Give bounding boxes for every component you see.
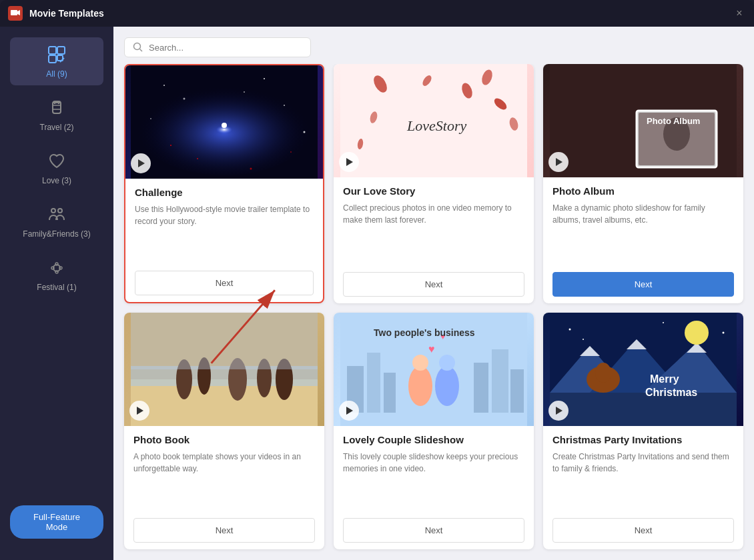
challenge-footer: Next [125,264,323,302]
photoalbum-play-button[interactable] [548,152,569,172]
lovestory-body: Our Love Story Collect precious photos i… [334,177,534,265]
svg-point-27 [183,98,185,100]
sidebar-item-travel[interactable]: Travel (2) [10,91,103,139]
couple-bg-svg: ♥ ♥ Two people's business [334,313,534,426]
svg-rect-81 [550,393,737,426]
photoalbum-desc: Make a dynamic photo slideshow for famil… [552,202,734,226]
template-card-couple: ♥ ♥ Two people's business Lovely Couple … [334,313,534,549]
christmas-play-button[interactable] [548,401,569,421]
svg-text:Merry: Merry [650,373,679,385]
svg-line-21 [140,49,143,52]
photobook-desc: A photo book template shows your videos … [133,451,315,475]
photobook-play-button[interactable] [129,401,149,421]
sidebar-item-family[interactable]: Family&Friends (3) [10,197,103,245]
content-area: All (9) Travel (2) [0,27,754,560]
photobook-next-button[interactable]: Next [133,518,315,543]
template-card-challenge: Challenge Use this Hollywood-style movie… [124,64,324,303]
template-card-photobook: Photo Book A photo book template shows y… [124,313,324,549]
svg-rect-66 [384,373,396,413]
close-button[interactable]: × [733,7,746,20]
challenge-play-button[interactable] [131,153,151,173]
sidebar-item-love[interactable]: Love (3) [10,144,103,192]
svg-text:LoveStory: LoveStory [406,117,466,134]
couple-play-button[interactable] [339,401,359,421]
christmas-thumbnail: Merry Christmas [543,313,743,426]
christmas-next-button[interactable]: Next [552,518,734,543]
svg-point-30 [150,118,151,119]
svg-point-29 [284,105,285,106]
svg-point-70 [408,366,432,406]
challenge-next-button[interactable]: Next [135,271,314,295]
sidebar: All (9) Travel (2) [0,27,113,560]
search-icon [133,42,143,53]
christmas-bg-svg: Merry Christmas [543,313,743,426]
svg-text:Photo Album: Photo Album [647,116,700,126]
svg-text:♥: ♥ [428,343,435,355]
photoalbum-body: Photo Album Make a dynamic photo slidesh… [543,177,743,265]
svg-point-14 [58,209,62,213]
festival-icon [46,257,67,279]
svg-point-71 [435,366,459,406]
challenge-desc: Use this Hollywood-style movie trailer t… [135,203,314,227]
svg-point-72 [412,355,428,371]
couple-desc: This lovely couple slideshow keeps your … [343,451,524,475]
svg-point-26 [163,85,165,86]
search-input[interactable] [149,43,296,53]
sidebar-item-travel-label: Travel (2) [40,123,74,132]
svg-rect-69 [510,369,524,413]
photobook-body: Photo Book A photo book template shows y… [124,426,324,511]
photoalbum-title: Photo Album [552,185,734,197]
svg-rect-65 [367,353,380,413]
photobook-thumbnail [124,313,324,426]
lovestory-bg-svg: LoveStory [334,64,534,177]
sidebar-item-love-label: Love (3) [42,176,71,185]
christmas-footer: Next [543,511,743,549]
challenge-title: Challenge [135,187,314,198]
christmas-title: Christmas Party Invitations [552,434,734,445]
couple-thumbnail: ♥ ♥ Two people's business [334,313,534,426]
svg-rect-4 [49,55,56,63]
svg-rect-68 [492,349,508,413]
lovestory-next-button[interactable]: Next [343,272,524,297]
svg-text:Christmas: Christmas [645,387,697,398]
templates-grid: Challenge Use this Hollywood-style movie… [113,64,754,560]
svg-point-33 [197,158,198,159]
svg-point-13 [51,209,55,213]
couple-body: Lovely Couple Slideshow This lovely coup… [334,426,534,511]
svg-point-93 [723,332,725,334]
travel-icon [46,97,67,119]
search-input-wrap[interactable] [124,37,311,57]
photoalbum-bg-svg: Photo Album [543,64,743,177]
svg-marker-1 [17,10,20,15]
couple-title: Lovely Couple Slideshow [343,434,524,445]
full-feature-button[interactable]: Full-Feature Mode [10,505,103,539]
svg-point-20 [134,43,141,50]
christmas-desc: Create Christmas Party Invitations and s… [552,451,734,475]
lovestory-play-button[interactable] [339,152,359,172]
lovestory-title: Our Love Story [343,185,524,197]
photoalbum-next-button[interactable]: Next [552,272,734,297]
sidebar-item-family-label: Family&Friends (3) [23,229,90,239]
svg-point-32 [244,91,245,93]
all-icon [46,44,67,65]
christmas-body: Christmas Party Invitations Create Chris… [543,426,743,511]
sidebar-item-all[interactable]: All (9) [10,37,103,85]
lovestory-desc: Collect precious photos in one video mem… [343,202,524,226]
photobook-bg-svg [124,313,324,426]
lovestory-thumbnail: LoveStory [334,64,534,177]
photoalbum-thumbnail: Photo Album [543,64,743,177]
svg-point-35 [170,145,171,146]
photoalbum-footer: Next [543,265,743,303]
svg-point-31 [304,131,306,133]
sidebar-item-festival-label: Festival (1) [37,283,76,292]
search-bar [113,27,754,64]
svg-point-25 [222,123,227,128]
svg-point-28 [264,78,265,79]
sidebar-item-festival[interactable]: Festival (1) [10,251,103,299]
love-icon [46,151,67,172]
svg-rect-62 [131,313,318,369]
svg-rect-0 [11,10,17,15]
templates-panel: Challenge Use this Hollywood-style movie… [113,27,754,560]
couple-next-button[interactable]: Next [343,518,524,543]
app-window: Movie Templates × All (9) [0,0,754,560]
